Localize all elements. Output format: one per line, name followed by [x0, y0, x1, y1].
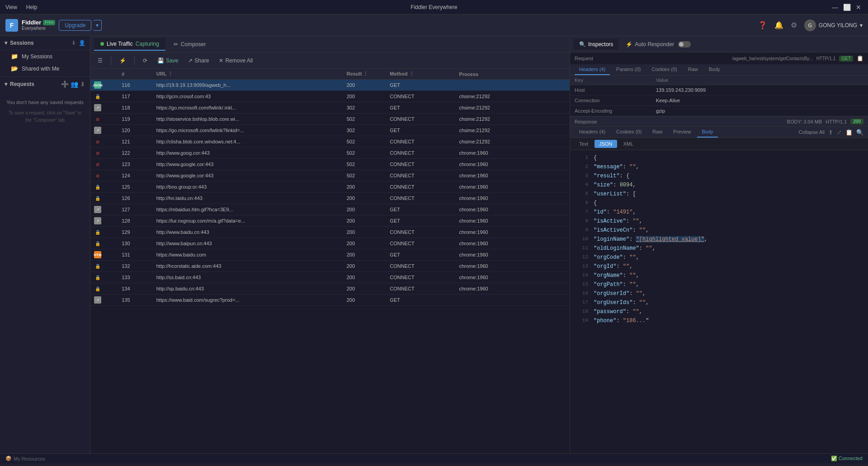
wrap-icon[interactable]: ⤢: [837, 129, 842, 136]
row-options: [551, 159, 570, 170]
req-tab-params[interactable]: Params (0): [612, 64, 645, 75]
table-row[interactable]: ⊘ 124 http://www.google.cor:443 502 CONN…: [90, 170, 570, 181]
remove-all-button[interactable]: ✕ Remove All: [215, 56, 256, 66]
tab-inspectors[interactable]: 🔍 Inspectors: [574, 39, 618, 50]
filter-button[interactable]: ⚡: [116, 56, 130, 66]
row-options: [551, 215, 570, 227]
user-dropdown-icon[interactable]: ▾: [860, 22, 863, 29]
tab-auto-responder[interactable]: ⚡ Auto Responder: [620, 39, 696, 50]
row-url: http://hn.laidu.cn:443: [153, 193, 343, 204]
row-method: CONNECT: [386, 261, 455, 272]
sessions-table: # URL ⋮ Result ⋮ Method ⋮ Process JSON 1…: [90, 69, 570, 306]
help-icon[interactable]: ❓: [758, 21, 767, 29]
row-url: http://www.baidu.cn:443: [153, 227, 343, 238]
table-row[interactable]: ⊘ 122 http://www.goog.cor:443 502 CONNEC…: [90, 147, 570, 159]
row-url: http://sp.baidu.cn:443: [153, 283, 343, 295]
requests-section-header[interactable]: ▾ Requests ➕ 👥 ⬇: [0, 76, 90, 91]
table-row[interactable]: ↗ 127 https://mbaiduo.hlm.gif?hca=3E9...…: [90, 204, 570, 215]
share-button[interactable]: ↗ Share: [184, 56, 212, 66]
upgrade-button[interactable]: Upgrade: [59, 20, 91, 31]
table-row[interactable]: 🔒 129 http://www.baidu.cn:443 200 CONNEC…: [90, 227, 570, 238]
table-row[interactable]: 🔒 134 http://sp.baidu.cn:443 200 CONNECT…: [90, 283, 570, 295]
minimize-button[interactable]: —: [831, 3, 839, 11]
table-row[interactable]: 🔒 117 http://gcm.crosof.com:43 200 CONNE…: [90, 91, 570, 102]
url-options-icon[interactable]: ⋮: [168, 71, 173, 76]
col-process[interactable]: Process: [455, 69, 550, 80]
copy-response-icon[interactable]: 📋: [845, 129, 853, 136]
close-button[interactable]: ✕: [854, 3, 863, 11]
table-row[interactable]: 🔒 126 http://hn.laidu.cn:443 200 CONNECT…: [90, 193, 570, 204]
table-row[interactable]: HTM 131 https://www.baidu.com 200 GET ch…: [90, 249, 570, 261]
sidebar-item-shared-with-me[interactable]: 📂 Shared with Me: [0, 62, 90, 75]
row-process: chrome:1960: [455, 227, 550, 238]
settings-icon[interactable]: ⚙: [791, 21, 797, 29]
col-method[interactable]: Method ⋮: [386, 69, 455, 80]
table-row[interactable]: ⊘ 121 http://clisha.blob.core.windows.ne…: [90, 136, 570, 147]
row-method: GET: [386, 204, 455, 215]
table-row[interactable]: 🔒 125 http://bno.group:or:443 200 CONNEC…: [90, 181, 570, 193]
sidebar-item-my-sessions[interactable]: 📁 My Sessions: [0, 50, 90, 62]
import-icon[interactable]: ⬇: [71, 40, 76, 46]
req-tab-body[interactable]: Body: [704, 64, 725, 75]
row-num: 132: [118, 261, 153, 272]
add-person-icon[interactable]: 👤: [79, 40, 85, 46]
result-options-icon[interactable]: ⋮: [363, 71, 368, 76]
user-area[interactable]: G GONG YILONG ▾: [804, 19, 863, 31]
body-tab-json[interactable]: JSON: [594, 140, 617, 148]
sessions-table-wrapper[interactable]: # URL ⋮ Result ⋮ Method ⋮ Process JSON 1…: [90, 69, 570, 453]
resp-tab-body[interactable]: Body: [697, 127, 717, 138]
add-request-icon[interactable]: ➕: [61, 81, 69, 88]
search-response-icon[interactable]: 🔍: [856, 129, 863, 136]
table-row[interactable]: ↗ 118 https://go.mcrosoft.com/fwlink/.in…: [90, 102, 570, 114]
table-row[interactable]: JSON 116 http://19.9.19.13:9099/agweb_h.…: [90, 80, 570, 91]
json-viewer[interactable]: 1{2 "message": "",3 "result": {4 "size":…: [570, 150, 868, 453]
resp-tab-cookies[interactable]: Cookies (0): [612, 127, 646, 138]
table-row[interactable]: ↗ 128 https://lur.nxgroup.com/m/a.gif?da…: [90, 215, 570, 227]
body-tab-text[interactable]: Text: [575, 140, 593, 148]
menubar-help[interactable]: Help: [26, 4, 38, 10]
notifications-icon[interactable]: 🔔: [774, 21, 783, 29]
table-row[interactable]: 🔒 133 http://ss.baid.cn:443 200 CONNECT …: [90, 272, 570, 283]
req-tab-headers[interactable]: Headers (4): [575, 64, 610, 75]
sessions-section-header[interactable]: ▾ Sessions ⬇ 👤: [0, 36, 90, 50]
save-icon: 💾: [157, 57, 164, 64]
tab-composer[interactable]: ✏ Composer: [167, 38, 212, 50]
my-resources-area[interactable]: 📦 My Resources: [5, 456, 45, 461]
titlebar: View Help Fiddler Everywhere — ⬜ ✕: [0, 0, 868, 14]
import-request-icon[interactable]: 👥: [71, 81, 78, 88]
table-row[interactable]: ↗ 135 https://www.baid.com/sugrec?prod=.…: [90, 295, 570, 306]
resp-tab-preview[interactable]: Preview: [669, 127, 695, 138]
tab-live-traffic[interactable]: Live Traffic Capturing: [94, 38, 165, 51]
req-tab-cookies[interactable]: Cookies (0): [647, 64, 681, 75]
table-row[interactable]: 🔒 130 http://www.baipun.cn:443 200 CONNE…: [90, 238, 570, 249]
table-row[interactable]: ↗ 120 https://go.microsoft.com/fwlink?li…: [90, 125, 570, 136]
copy-icon[interactable]: 📋: [857, 55, 863, 62]
row-num: 116: [118, 80, 153, 91]
method-options-icon[interactable]: ⋮: [409, 71, 414, 76]
hamburger-button[interactable]: ☰: [94, 56, 106, 66]
table-row[interactable]: 🔒 132 http://hcorstatic.aide.com:443 200…: [90, 261, 570, 272]
collapse-icon[interactable]: ⬆: [828, 129, 833, 136]
resp-tab-raw[interactable]: Raw: [648, 127, 667, 138]
row-options: [551, 125, 570, 136]
resp-tab-headers[interactable]: Headers (4): [575, 127, 610, 138]
save-button[interactable]: 💾 Save: [154, 56, 182, 66]
header-row: Host 139.159.243.230:9099: [570, 85, 868, 95]
table-row[interactable]: ⊘ 123 http://www.google.cor:443 502 CONN…: [90, 159, 570, 170]
col-url[interactable]: URL ⋮: [153, 69, 343, 80]
body-tab-xml[interactable]: XML: [619, 140, 638, 148]
row-process: chrome:1960: [455, 272, 550, 283]
window-controls: — ⬜ ✕: [831, 3, 863, 11]
table-row[interactable]: ⊘ 119 http://stoservice.bshlop.blob.core…: [90, 114, 570, 125]
collapse-all-label[interactable]: Collapse All: [799, 129, 825, 135]
maximize-button[interactable]: ⬜: [843, 3, 851, 11]
col-num[interactable]: #: [118, 69, 153, 80]
col-result[interactable]: Result ⋮: [343, 69, 387, 80]
auto-responder-toggle[interactable]: [678, 41, 691, 48]
row-method: GET: [386, 80, 455, 91]
menubar-view[interactable]: View: [5, 4, 17, 10]
streaming-button[interactable]: ⟳: [139, 56, 151, 66]
req-tab-raw[interactable]: Raw: [684, 64, 703, 75]
manage-request-icon[interactable]: ⬇: [80, 81, 85, 88]
upgrade-dropdown-button[interactable]: ▾: [93, 20, 102, 31]
